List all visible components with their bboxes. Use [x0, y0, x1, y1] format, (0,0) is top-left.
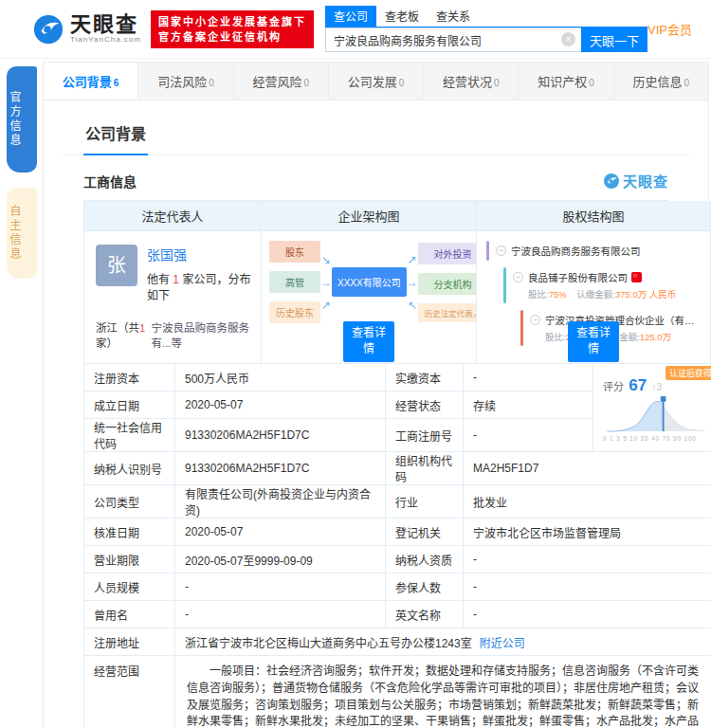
eye-icon — [603, 173, 620, 190]
legal-rep-desc: 他有 1 家公司，分布如下 — [147, 270, 251, 302]
row-value: 宁波市北仑区市场监督管理局 — [464, 519, 711, 546]
search-tab-relation[interactable]: 查关系 — [428, 6, 479, 27]
row-label: 经营状态 — [386, 391, 464, 419]
clear-icon[interactable]: × — [561, 32, 575, 46]
left-arrows: ↘ → ↗ — [320, 253, 332, 312]
tab-company-development[interactable]: 公司发展0 — [329, 63, 424, 100]
row-value: 2020-05-07 — [175, 519, 386, 546]
search-input[interactable] — [325, 27, 581, 52]
tab-intellectual-property[interactable]: 知识产权0 — [519, 63, 613, 100]
org-node-executives[interactable]: 高管 — [269, 271, 320, 293]
side-tab-self-info[interactable]: 自主信息 — [7, 188, 37, 279]
tianyancha-logo[interactable]: 天眼查 TianYanCha.com — [32, 13, 141, 46]
avatar: 张 — [96, 245, 137, 286]
arrow-up-right-icon: ↗ — [320, 299, 332, 312]
score-label: 评分 — [603, 381, 624, 392]
row-value: - — [464, 546, 711, 573]
org-node-investment[interactable]: 对外投资 — [418, 243, 477, 264]
top-header: 天眼查 TianYanCha.com 国家中小企业发展基金旗下 官方备案企业征信… — [0, 0, 711, 59]
related-company-link[interactable]: 宁波良品购商务服务有...等 — [151, 319, 251, 350]
col-header-equity-chart: 股权结构图 — [477, 201, 711, 231]
subsection-title: 工商信息 — [83, 172, 137, 191]
listed-company-icon — [631, 272, 642, 282]
business-info-panels: 法定代表人 企业架构图 股权结构图 张 张国强 他有 1 家公司，分布如下 — [83, 200, 668, 364]
address-value: 浙江省宁波市北仑区梅山大道商务中心五号办公楼1243室 附近公司 — [175, 628, 711, 656]
org-node-shareholder[interactable]: 股东 — [269, 241, 320, 263]
legal-rep-name-link[interactable]: 张国强 — [147, 245, 251, 264]
row-value: 存续 — [464, 391, 593, 419]
side-tab-official-info[interactable]: 官方信息 — [7, 66, 37, 173]
vip-member-link[interactable]: VIP会员 — [647, 20, 700, 38]
col-header-legal-rep: 法定代表人 — [84, 201, 262, 231]
row-value: 有限责任公司(外商投资企业与内资合资) — [175, 485, 386, 519]
row-value: - — [464, 364, 593, 391]
row-value: 91330206MA2H5F1D7C — [175, 452, 386, 485]
equity-root-node: − 宁波良品购商务服务有限公司 — [486, 241, 704, 261]
row-label: 人员规模 — [84, 573, 175, 601]
col-header-org-chart: 企业架构图 — [262, 201, 477, 231]
score-value: 67 — [629, 376, 647, 394]
region-stat: 浙江（共1家） — [96, 319, 151, 350]
row-label: 登记机关 — [386, 519, 464, 546]
search-button[interactable]: 天眼一下 — [581, 27, 647, 52]
arrow-right-icon: → — [320, 276, 332, 289]
row-value: 2020-05-07至9999-09-09 — [175, 546, 386, 573]
equity-company-link[interactable]: 宁波良品购商务服务有限公司 — [511, 244, 641, 258]
equity-company-link[interactable]: 良品铺子股份有限公司 — [528, 270, 628, 284]
org-node-company: XXXX有限公司 — [332, 267, 407, 297]
collapse-icon[interactable]: − — [530, 315, 540, 325]
row-label: 注册资本 — [84, 364, 175, 391]
tab-judicial-risk[interactable]: 司法风险0 — [138, 63, 233, 100]
brand-name: 天眼查 — [70, 14, 141, 35]
collapse-icon[interactable]: − — [513, 272, 523, 282]
equity-ratio-amount: 股比:75% 认缴金额:375.0万 人民币 — [513, 287, 701, 300]
row-value: 91330206MA2H5F1D7C — [175, 419, 386, 452]
row-value: 500万人民币 — [175, 364, 386, 391]
score-delta: ↑3 — [652, 382, 663, 392]
tab-history-info[interactable]: 历史信息0 — [614, 63, 708, 100]
company-score-widget: 认证后获得 评分 67 ↑3 0 1 3 5 10 20 40 70 90 10… — [593, 364, 711, 452]
row-value: - — [464, 573, 711, 601]
row-label: 行业 — [386, 485, 464, 519]
arrow-down-right-icon: ↘ — [320, 253, 332, 266]
row-value: - — [175, 601, 386, 628]
row-label: 组织机构代码 — [386, 452, 464, 485]
collapse-icon[interactable]: − — [496, 246, 506, 256]
equity-node-shareholder1: − 良品铺子股份有限公司 股比:75% 认缴金额:375.0万 人民币 — [503, 267, 704, 303]
row-label: 工商注册号 — [386, 419, 464, 452]
row-label: 成立日期 — [84, 391, 175, 419]
row-label: 纳税人资质 — [386, 546, 464, 573]
equity-chart-panel: − 宁波良品购商务服务有限公司 − 良品铺子股份有限公司 股比:75% 认缴金额… — [477, 231, 711, 364]
row-label: 英文名称 — [386, 601, 464, 628]
row-label: 经营范围 — [84, 656, 175, 728]
nearby-companies-link[interactable]: 附近公司 — [480, 634, 525, 650]
row-label: 实缴资本 — [386, 364, 464, 391]
score-axis-labels: 0 1 3 5 10 20 40 70 90 100 — [603, 435, 699, 441]
search-tab-company[interactable]: 查公司 — [325, 6, 376, 27]
org-chart-detail-button[interactable]: 查看详情 — [343, 321, 394, 362]
org-node-hist-shareholder[interactable]: 历史股东 — [269, 301, 320, 323]
equity-chart-detail-button[interactable]: 查看详情 — [568, 321, 619, 362]
row-label: 注册地址 — [84, 628, 175, 656]
org-node-branch[interactable]: 分支机构 — [418, 273, 477, 295]
row-label: 纳税人识别号 — [84, 452, 175, 485]
row-label: 统一社会信用代码 — [84, 419, 175, 452]
score-badge: 认证后获得 — [665, 366, 711, 380]
watermark-logo: 天眼查 — [603, 171, 668, 191]
arrow-right-icon: → — [407, 276, 418, 289]
row-label: 营业期限 — [84, 546, 175, 573]
tab-company-background[interactable]: 公司背景6 — [44, 63, 138, 100]
tab-operation-status[interactable]: 经营状况0 — [424, 63, 519, 100]
row-value: 2020-05-07 — [175, 391, 386, 419]
legal-rep-panel: 张 张国强 他有 1 家公司，分布如下 浙江（共1家） 宁波良品购商务服 — [84, 231, 262, 364]
row-value: - — [175, 573, 386, 601]
main-panel: 公司背景6 司法风险0 经营风险0 公司发展0 经营状况0 知识产权0 历史信息… — [43, 62, 709, 728]
row-value: MA2H5F1D7 — [464, 452, 711, 485]
page-title: 公司背景 — [83, 116, 148, 155]
eye-icon — [32, 13, 64, 46]
search-tab-boss[interactable]: 查老板 — [376, 6, 428, 27]
row-value: 批发业 — [464, 485, 711, 519]
org-node-hist-rep[interactable]: 历史法定代表人 — [418, 303, 477, 322]
tab-operation-risk[interactable]: 经营风险0 — [234, 63, 329, 100]
row-label: 参保人数 — [386, 573, 464, 601]
